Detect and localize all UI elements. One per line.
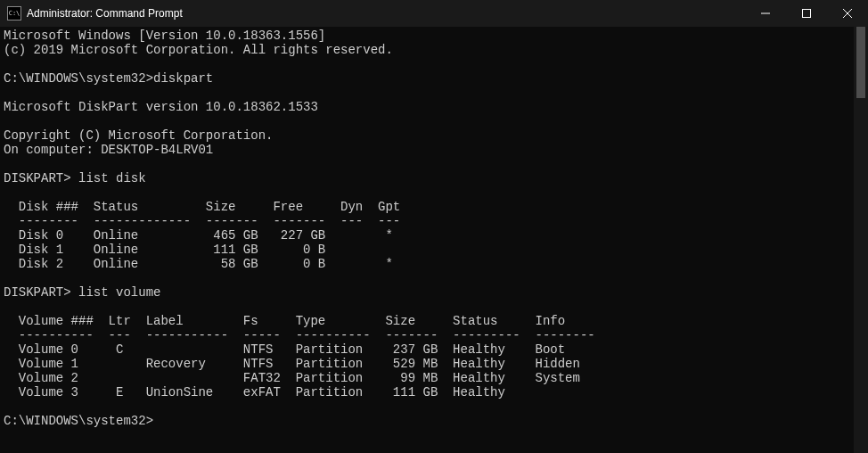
vertical-scrollbar[interactable]	[854, 27, 868, 453]
terminal-line: Microsoft DiskPart version 10.0.18362.15…	[4, 100, 850, 114]
terminal-content: Microsoft Windows [Version 10.0.18363.15…	[0, 27, 868, 453]
svg-rect-1	[803, 10, 811, 18]
terminal-line: Volume 2 FAT32 Partition 99 MB Healthy S…	[4, 371, 850, 385]
terminal-line: Copyright (C) Microsoft Corporation.	[4, 128, 850, 143]
terminal-line: Disk 2 Online 58 GB 0 B *	[4, 257, 850, 271]
minimize-button[interactable]	[745, 0, 786, 27]
terminal-line: C:\WINDOWS\system32>	[4, 414, 850, 428]
terminal-line: DISKPART> list volume	[4, 285, 850, 300]
terminal-line: Volume 3 E UnionSine exFAT Partition 111…	[4, 385, 850, 399]
terminal-line	[4, 114, 850, 128]
terminal-line: Disk 1 Online 111 GB 0 B	[4, 243, 850, 257]
terminal-line	[4, 157, 850, 171]
terminal-line	[4, 86, 850, 100]
terminal-line	[4, 399, 850, 414]
window-titlebar: C:\ Administrator: Command Prompt	[0, 0, 868, 27]
terminal-line	[4, 57, 850, 71]
maximize-button[interactable]	[786, 0, 827, 27]
terminal-line	[4, 271, 850, 285]
terminal-line: On computer: DESKTOP-B4LRV01	[4, 143, 850, 157]
terminal-line: ---------- --- ----------- ----- -------…	[4, 328, 850, 342]
terminal-line	[4, 300, 850, 314]
terminal-line	[4, 185, 850, 200]
terminal-line: Microsoft Windows [Version 10.0.18363.15…	[4, 29, 850, 43]
close-icon	[843, 9, 852, 18]
terminal-line: Disk 0 Online 465 GB 227 GB *	[4, 228, 850, 243]
terminal-line: C:\WINDOWS\system32>diskpart	[4, 71, 850, 86]
maximize-icon	[802, 9, 811, 18]
terminal-body[interactable]: Microsoft Windows [Version 10.0.18363.15…	[0, 27, 854, 453]
window-controls	[745, 0, 868, 27]
svg-rect-0	[761, 13, 770, 14]
close-button[interactable]	[827, 0, 868, 27]
terminal-line: DISKPART> list disk	[4, 171, 850, 185]
window-title: Administrator: Command Prompt	[27, 7, 745, 20]
cmd-icon: C:\	[7, 6, 21, 21]
terminal-line: Volume 1 Recovery NTFS Partition 529 MB …	[4, 357, 850, 371]
terminal-line: Volume 0 C NTFS Partition 237 GB Healthy…	[4, 342, 850, 357]
terminal-line: -------- ------------- ------- ------- -…	[4, 214, 850, 228]
terminal-line: Disk ### Status Size Free Dyn Gpt	[4, 200, 850, 214]
terminal-line: (c) 2019 Microsoft Corporation. All righ…	[4, 43, 850, 57]
terminal-line: Volume ### Ltr Label Fs Type Size Status…	[4, 314, 850, 328]
minimize-icon	[761, 9, 770, 18]
scrollbar-thumb[interactable]	[856, 27, 865, 98]
